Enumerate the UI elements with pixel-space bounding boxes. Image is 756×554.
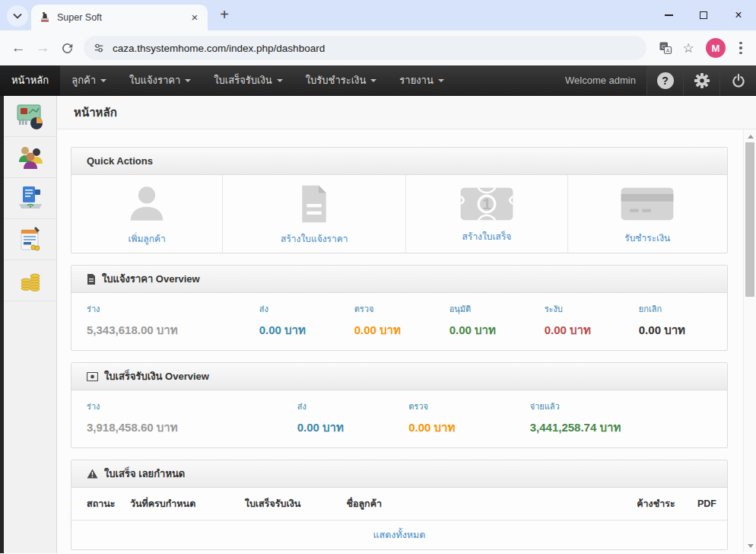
- nav-item-quotations[interactable]: ใบแจ้งราคา: [118, 65, 202, 95]
- nav-item-customers[interactable]: ลูกค้า: [60, 65, 118, 95]
- forward-button[interactable]: →: [30, 36, 55, 60]
- browser-tab-strip: Super Soft × + ×: [0, 0, 756, 30]
- quotation-overview-panel: ใบแจ้งราคา Overview ร่าง 5,343,618.00 บา…: [71, 265, 728, 351]
- scrollbar-thumb[interactable]: [745, 142, 754, 297]
- browser-tab[interactable]: Super Soft ×: [31, 5, 208, 30]
- dashboard-chart-icon: [15, 101, 46, 132]
- col-pdf: PDF: [681, 488, 727, 521]
- stat-receipt-paid: จ่ายแล้ว 3,441,258.74 บาท: [515, 400, 727, 437]
- receipt-overview-header: ใบเสร็จรับเงิน Overview: [71, 363, 727, 390]
- overdue-receipts-panel: ใบเสร็จ เลยกำหนด สถานะ วันที่ครบกำหนด ใบ…: [71, 460, 728, 550]
- nav-item-payment-receipts[interactable]: ใบรับชำระเงิน: [294, 65, 389, 95]
- svg-text:A: A: [666, 48, 670, 53]
- logout-button[interactable]: [719, 65, 756, 95]
- sidebar-item-finance[interactable]: [4, 260, 56, 301]
- app-body: หน้าหลัก Quick Actions เพิ่มลูกค้า: [0, 96, 756, 553]
- app-navbar: หน้าหลัก ลูกค้า ใบแจ้งราคา ใบเสร็จรับเงิ…: [0, 65, 756, 96]
- file-text-icon: [87, 274, 96, 285]
- customers-group-icon: [15, 142, 46, 173]
- person-icon: [125, 182, 169, 226]
- welcome-text: Welcome admin: [554, 65, 646, 95]
- window-minimize-button[interactable]: [651, 0, 686, 30]
- banknote-icon: 1: [459, 184, 514, 224]
- reload-button[interactable]: [55, 36, 79, 60]
- chevron-down-icon: [185, 79, 191, 82]
- chevron-down-icon: [13, 13, 22, 19]
- show-all-link[interactable]: แสดงทั้งหมด: [373, 527, 426, 543]
- col-due-date: วันที่ครบกำหนด: [124, 488, 239, 521]
- scroll-down-button[interactable]: [744, 540, 756, 552]
- site-info-icon: [93, 42, 105, 54]
- money-icon: [87, 372, 98, 381]
- profile-avatar[interactable]: M: [706, 38, 726, 58]
- back-button[interactable]: ←: [6, 36, 30, 60]
- tab-close-icon[interactable]: ×: [188, 11, 202, 24]
- nav-item-receipts[interactable]: ใบเสร็จรับเงิน: [202, 65, 294, 95]
- settings-button[interactable]: [683, 65, 719, 95]
- window-maximize-button[interactable]: [686, 0, 721, 30]
- sidebar-item-quotations[interactable]: [4, 178, 56, 219]
- nav-item-home[interactable]: หน้าหลัก: [0, 65, 60, 95]
- overdue-footer: แสดงทั้งหมด: [71, 521, 727, 549]
- overdue-receipts-header: ใบเสร็จ เลยกำหนด: [71, 460, 727, 488]
- col-receipt: ใบเสร็จรับเงิน: [239, 488, 341, 521]
- overdue-table-header-row: สถานะ วันที่ครบกำหนด ใบเสร็จรับเงิน ชื่อ…: [71, 488, 727, 521]
- receipt-edit-icon: [15, 224, 46, 255]
- svg-text:1: 1: [483, 196, 491, 212]
- stat-quotation-cancelled: ยกเลิก 0.00 บาท: [624, 302, 727, 339]
- sidebar: [4, 96, 57, 553]
- quick-action-receive-payment[interactable]: รับชำระเงิน: [568, 175, 727, 253]
- translate-icon: G A: [659, 41, 672, 55]
- stat-quotation-review: ตรวจ 0.00 บาท: [339, 302, 434, 339]
- stat-quotation-draft: ร่าง 5,343,618.00 บาท: [71, 302, 244, 339]
- reload-icon: [61, 42, 74, 55]
- close-icon: ×: [735, 9, 742, 21]
- gear-icon: [694, 72, 710, 89]
- scroll-up-icon: [748, 135, 754, 138]
- sidebar-item-customers[interactable]: [4, 137, 56, 178]
- star-icon: ☆: [682, 40, 694, 56]
- window-controls: ×: [651, 0, 756, 30]
- stat-receipt-sent: ส่ง 0.00 บาท: [282, 400, 394, 437]
- scroll-up-button[interactable]: [744, 131, 756, 142]
- page-title: หน้าหลัก: [74, 103, 117, 122]
- main-area: หน้าหลัก Quick Actions เพิ่มลูกค้า: [57, 96, 756, 553]
- invoice-device-icon: [15, 183, 46, 214]
- page-header: หน้าหลัก: [57, 96, 756, 129]
- tab-search-button[interactable]: [7, 5, 28, 27]
- stat-receipt-draft: ร่าง 3,918,458.60 บาท: [71, 400, 282, 437]
- quick-action-add-customer[interactable]: เพิ่มลูกค้า: [71, 175, 223, 253]
- nav-item-reports[interactable]: รายงาน: [388, 65, 455, 95]
- bookmark-button[interactable]: ☆: [677, 37, 700, 59]
- content-area: Quick Actions เพิ่มลูกค้า: [57, 129, 756, 553]
- url-text[interactable]: caza.thsystemhome.com/index.php/dashboar…: [113, 43, 325, 54]
- chevron-down-icon: [100, 79, 106, 82]
- col-outstanding: ค้างชำระ: [589, 488, 681, 521]
- help-button[interactable]: ?: [646, 65, 683, 95]
- document-icon: [292, 182, 336, 226]
- coins-stack-icon: [15, 266, 46, 296]
- stat-quotation-sent: ส่ง 0.00 บาท: [244, 302, 339, 339]
- new-tab-button[interactable]: +: [214, 5, 235, 26]
- help-icon: ?: [657, 72, 674, 89]
- browser-menu-button[interactable]: [732, 42, 750, 54]
- vertical-scrollbar[interactable]: [743, 129, 756, 553]
- stat-quotation-suspended: ระงับ 0.00 บาท: [529, 302, 624, 339]
- quotation-overview-header: ใบแจ้งราคา Overview: [71, 266, 727, 293]
- col-customer-name: ชื่อลูกค้า: [340, 488, 589, 521]
- col-status: สถานะ: [71, 488, 124, 521]
- window-close-button[interactable]: ×: [721, 0, 756, 30]
- quick-actions-panel: Quick Actions เพิ่มลูกค้า: [71, 147, 728, 253]
- browser-toolbar: ← → caza.thsystemhome.com/index.php/dash…: [0, 30, 756, 65]
- quick-action-create-receipt[interactable]: 1 สร้างใบเสร็จ: [406, 175, 567, 253]
- sidebar-item-dashboard[interactable]: [4, 96, 56, 137]
- quick-action-create-quotation[interactable]: สร้างใบแจ้งราคา: [223, 175, 406, 253]
- overdue-table: สถานะ วันที่ครบกำหนด ใบเสร็จรับเงิน ชื่อ…: [71, 488, 727, 521]
- translate-button[interactable]: G A: [654, 37, 677, 59]
- address-bar[interactable]: caza.thsystemhome.com/index.php/dashboar…: [84, 36, 646, 60]
- power-icon: [731, 73, 746, 88]
- sidebar-item-receipts[interactable]: [4, 219, 56, 260]
- chevron-down-icon: [277, 79, 283, 82]
- stat-quotation-approved: อนุมัติ 0.00 บาท: [434, 302, 529, 339]
- stat-receipt-review: ตรวจ 0.00 บาท: [393, 400, 514, 437]
